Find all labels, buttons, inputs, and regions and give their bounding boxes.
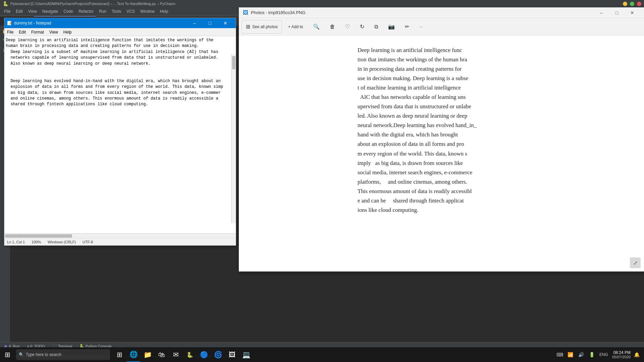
menu-refactor[interactable]: Refactor [76, 8, 96, 14]
expand-button[interactable]: ⤢ [630, 257, 641, 268]
menu-file[interactable]: File [1, 8, 13, 14]
notepad-win-controls: – □ ✕ [187, 18, 233, 28]
menu-tools[interactable]: Tools [109, 8, 124, 14]
tray-battery-icon[interactable]: 🔋 [587, 350, 597, 359]
notepad-line-col: Ln 1, Col 1 [7, 240, 25, 244]
start-button[interactable]: ⊞ [0, 347, 15, 362]
zoom-button[interactable]: 🔍 [309, 20, 324, 34]
notepad-minimize-btn[interactable]: – [187, 18, 202, 28]
notepad-titlebar: 📝 dummy.txt - Notepad – □ ✕ [4, 18, 236, 28]
handwriting-line-17: e and can be shared through fintech appl… [358, 196, 525, 205]
clock-date: 05/07/2020 [612, 355, 631, 359]
handwriting-image: Deep learning is an artificial intellige… [347, 39, 535, 257]
taskbar-store[interactable]: 🛍 [155, 347, 168, 362]
ellipsis-icon: ··· [419, 24, 423, 29]
notepad-menu-help[interactable]: Help [61, 29, 74, 35]
delete-icon: 🗑 [330, 24, 335, 30]
handwriting-line-13: imply as big data, is drawn from sources… [358, 159, 525, 168]
delete-button[interactable]: 🗑 [326, 20, 339, 34]
tray-volume-icon[interactable]: 🔊 [577, 350, 586, 359]
handwriting-line-9: neural network.Deep learning has evolved… [358, 121, 525, 130]
notepad-line-ending: Windows (CRLF) [48, 240, 76, 244]
notepad-close-btn[interactable]: ✕ [218, 18, 233, 28]
menu-help[interactable]: Help [157, 8, 171, 14]
notepad-menubar: File Edit Format View Help [4, 28, 236, 36]
notepad-text-content[interactable]: Deep learning is an artificial intellige… [4, 36, 236, 233]
rotate-button[interactable]: ↻ [356, 20, 368, 34]
pycharm-titlebar: 🐍 Pytesseract [C:\Users\ADMIN\PycharmPro… [0, 0, 644, 7]
photos-minimize-btn[interactable]: – [594, 7, 609, 18]
add-to-button[interactable]: + Add to [284, 20, 307, 34]
pycharm-close-btn[interactable] [637, 2, 641, 6]
taskbar-edge[interactable]: 🌐 [127, 347, 140, 362]
crop-icon: ⧉ [374, 24, 378, 30]
menu-run[interactable]: Run [96, 8, 109, 14]
menu-vcs[interactable]: VCS [124, 8, 138, 14]
handwriting-line-18: ions like cloud computing. [358, 205, 525, 215]
notepad-menu-format[interactable]: Format [29, 29, 47, 35]
start-icon: ⊞ [5, 351, 10, 359]
pycharm-win-controls [623, 2, 641, 6]
menu-navigate[interactable]: Navigate [40, 8, 61, 14]
notepad-zoom: 100% [32, 240, 41, 244]
tray-keyboard-icon[interactable]: ⌨ [555, 350, 565, 359]
system-clock[interactable]: 08:24 PM 05/07/2020 [612, 350, 631, 359]
menu-code[interactable]: Code [61, 8, 76, 14]
notepad-app-icon: 📝 [7, 21, 12, 25]
notepad-vertical-scrollbar[interactable] [231, 54, 236, 223]
handwriting-line-16: This enormous amount of data is readily … [358, 187, 525, 196]
pycharm-maximize-btn[interactable] [630, 2, 634, 6]
edit-icon: ✏ [405, 23, 409, 30]
pycharm-minimize-btn[interactable] [623, 2, 627, 6]
handwriting-line-15: platforms, and online cinemas, among oth… [358, 177, 525, 187]
taskbar-photos[interactable]: 🖼 [225, 347, 239, 362]
photos-title: Photos - tmp9185co34.PNG [251, 10, 306, 15]
handwriting-line-6: AIC that has networks capable of learnin… [358, 93, 525, 102]
notepad-menu-edit[interactable]: Edit [16, 29, 29, 35]
notepad-menu-file[interactable]: File [4, 29, 16, 35]
more-options-button[interactable]: ··· [415, 20, 427, 34]
favorite-button[interactable]: ♡ [341, 20, 354, 34]
notepad-encoding: UTF-8 [83, 240, 93, 244]
menu-edit[interactable]: Edit [13, 8, 25, 14]
notepad-menu-view[interactable]: View [47, 29, 61, 35]
photos-toolbar: ⊞ See all photos + Add to 🔍 🗑 ♡ ↻ ⧉ 📷 ✏ … [239, 18, 644, 36]
notepad-scroll-thumb[interactable] [232, 56, 235, 69]
taskbar-pycharm[interactable]: 🐍 [183, 347, 197, 362]
see-all-photos-label: See all photos [252, 24, 278, 29]
rotate-icon: ↻ [360, 23, 364, 30]
notepad-maximize-btn[interactable]: □ [202, 18, 218, 28]
taskbar-task-view[interactable]: ⊞ [113, 347, 126, 362]
notification-icon[interactable]: 🔔 [632, 350, 641, 359]
handwriting-line-4: use in decision making. Deep learning is… [358, 74, 525, 83]
photos-maximize-btn[interactable]: □ [609, 7, 625, 18]
handwriting-line-5: t of machine learning in artificial inte… [358, 83, 525, 93]
notepad-horizontal-scrollbar[interactable] [4, 233, 236, 238]
handwriting-line-7: upervised from data that is unstructured… [358, 102, 525, 111]
heart-icon: ♡ [345, 23, 350, 30]
photos-close-btn[interactable]: ✕ [625, 7, 640, 18]
taskbar-chrome[interactable]: 🔵 [197, 347, 211, 362]
windows-taskbar: ⊞ 🔍 Type here to search ⊞ 🌐 📁 🛍 ✉ 🐍 🔵 🌀 … [0, 347, 644, 362]
see-all-photos-button[interactable]: ⊞ See all photos [241, 20, 282, 34]
handwriting-line-11: about an explosion of data in all forms … [358, 139, 525, 149]
handwriting-line-8: led. Also known as deep neural learning … [358, 111, 525, 121]
notepad-statusbar: Ln 1, Col 1 100% Windows (CRLF) UTF-8 [4, 238, 236, 245]
photos-win-controls: – □ ✕ [594, 7, 640, 18]
taskbar-browser2[interactable]: 🌀 [211, 347, 225, 362]
taskbar-search-bar[interactable]: 🔍 Type here to search [16, 349, 110, 360]
menu-view[interactable]: View [25, 8, 40, 14]
camera-button[interactable]: 📷 [384, 20, 399, 34]
notepad-hscroll-thumb[interactable] [5, 234, 72, 238]
add-to-label: + Add to [288, 24, 303, 29]
camera-icon: 📷 [388, 23, 395, 30]
crop-button[interactable]: ⧉ [370, 20, 382, 34]
edit-button[interactable]: ✏ [401, 20, 413, 34]
taskbar-files[interactable]: 💻 [239, 347, 253, 362]
tray-network-icon[interactable]: 📶 [566, 350, 575, 359]
taskbar-explorer[interactable]: 📁 [141, 347, 154, 362]
taskbar-mail[interactable]: ✉ [169, 347, 182, 362]
menu-window[interactable]: Window [138, 8, 157, 14]
tray-lang[interactable]: ENG [599, 352, 608, 357]
pycharm-title: Pytesseract [C:\Users\ADMIN\PycharmProje… [10, 2, 175, 6]
